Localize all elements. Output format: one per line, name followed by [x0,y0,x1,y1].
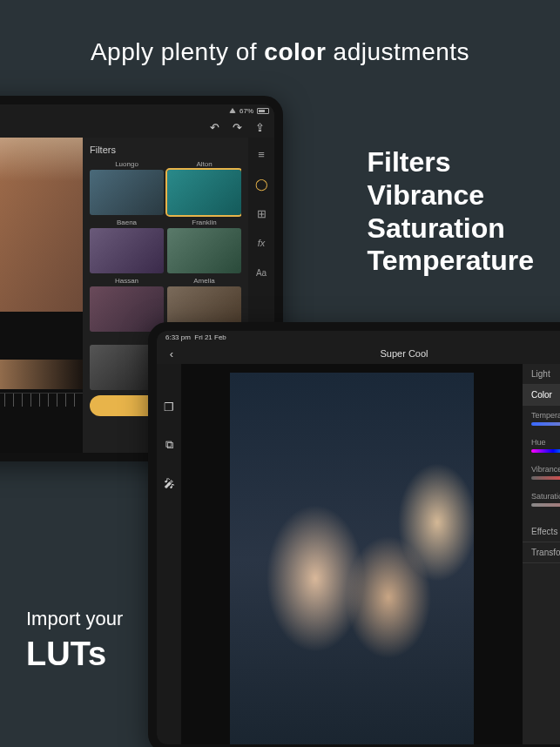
preview-image [0,138,83,312]
luts-big: LUTs [26,636,123,673]
slider-label: Saturation [531,492,560,501]
slider-label: Vibrance [531,465,560,474]
battery-percent: 67% [240,107,253,115]
feature-item: Temperature [368,245,534,278]
slider-track[interactable] [531,449,560,453]
status-bar: 6:33 pm Fri 21 Feb 41% [157,331,560,343]
section-light[interactable]: Light [523,364,560,385]
filter-thumbnail [90,286,164,332]
filters-heading: Filters [90,145,241,155]
luts-small: Import your [26,608,123,630]
copy-icon[interactable]: ⧉ [161,437,177,453]
slider-label: Temperature [531,411,560,420]
slider-saturation[interactable]: Saturation 100.0 [523,487,560,522]
status-time: 6:33 pm [165,333,191,341]
wifi-icon [229,108,236,113]
filter-option[interactable]: Luongo [90,160,164,215]
filter-thumbnail [90,228,164,273]
feature-item: Vibrance [368,179,534,212]
filter-label: Baena [90,219,164,226]
feature-list: Filters Vibrance Saturation Temperature [368,146,534,278]
share-icon[interactable]: ⇪ [252,119,267,135]
filter-label: Alton [167,160,241,168]
headline-post: adjustments [326,38,469,65]
filter-label: Franklin [167,219,241,226]
filters-icon[interactable]: ◯ [253,176,269,192]
section-effects[interactable]: Effects [523,522,560,542]
adjustments-panel: Light Color Temperature Hue Vibrance Sat… [523,364,560,744]
slider-label: Hue [531,438,560,447]
slider-vibrance[interactable]: Vibrance [523,460,560,487]
section-color[interactable]: Color [523,385,560,406]
next-frame-button[interactable]: ▶| [0,320,83,337]
layers-icon[interactable]: ❐ [161,399,177,414]
section-transform-label: Transform [531,548,560,557]
status-bar: 67% [0,104,274,117]
redo-icon[interactable]: ↷ [229,119,245,135]
slider-track[interactable] [531,422,560,426]
filter-thumbnail [167,170,241,215]
timeline-ruler[interactable] [0,393,83,407]
filter-thumbnail [90,170,164,215]
feature-item: Saturation [368,212,534,246]
back-icon[interactable]: ‹ [164,346,179,361]
filter-option[interactable]: Franklin [167,219,241,273]
text-icon[interactable]: Aa [253,265,269,280]
clip-strip[interactable] [0,360,83,389]
undo-icon[interactable]: ↶ [206,119,222,135]
app-topbar: n trip ↶ ↷ ⇪ [0,117,274,138]
slider-track[interactable] [531,503,560,507]
slider-value: 100.0 [531,508,560,516]
feature-item: Filters [368,146,534,179]
fx-icon[interactable]: fx [253,235,269,251]
status-date: Fri 21 Feb [194,333,226,341]
left-tool-rail: ❐ ⧉ 🎤︎ [157,364,181,744]
ipad-device-right: 6:33 pm Fri 21 Feb 41% ‹ Super Cool ↶ ↷ … [148,322,560,747]
headline-pre: Apply plenty of [91,38,264,65]
canvas-area[interactable] [181,364,523,744]
timeline[interactable]: on Remove Select track [0,360,83,461]
filter-label: Luongo [90,160,164,168]
section-transform[interactable]: Transform ⛶ [523,542,560,563]
slider-temperature[interactable]: Temperature [523,406,560,433]
grid-icon[interactable]: ⊞ [253,205,269,221]
filter-label: Hassan [90,277,164,285]
luts-callout: Import your LUTs [26,608,123,673]
edited-photo [230,373,474,747]
marketing-headline: Apply plenty of color adjustments [0,38,560,66]
slider-track[interactable] [531,476,560,480]
project-title: Super Cool [380,348,428,359]
preview-area: ▶| on Remove Select track [0,138,83,453]
filter-option[interactable]: Baena [90,219,164,273]
filter-option[interactable]: Hassan [90,277,164,332]
sliders-icon[interactable]: ≡ [253,146,269,162]
filter-thumbnail [167,228,241,273]
mic-icon[interactable]: 🎤︎ [161,475,177,491]
battery-icon [257,108,269,114]
app-topbar: ‹ Super Cool ↶ ↷ ⇪ [157,343,560,364]
filter-option[interactable]: Alton [167,160,241,215]
slider-hue[interactable]: Hue [523,433,560,460]
headline-bold: color [264,38,326,65]
filter-label: Amelia [167,277,241,285]
